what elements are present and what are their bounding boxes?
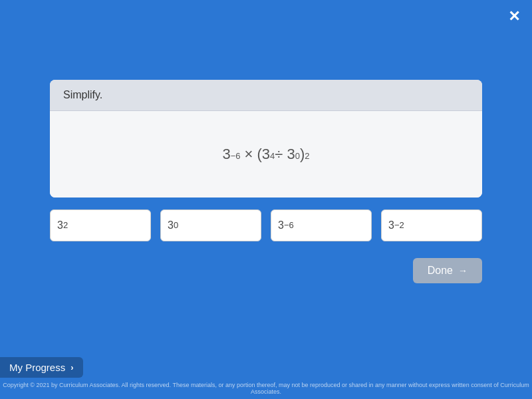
done-label: Done [428, 265, 453, 277]
choice-3[interactable]: 3−6 [271, 209, 372, 241]
done-button[interactable]: Done → [413, 258, 482, 283]
question-card: Simplify. 3−6 × (34 ÷ 30)2 [50, 80, 482, 198]
choice-4[interactable]: 3−2 [381, 209, 482, 241]
my-progress-bar[interactable]: My Progress › [0, 357, 83, 378]
term-2: (34 ÷ 30)2 [257, 146, 309, 163]
multiply-symbol: × [245, 146, 253, 163]
close-button[interactable]: ✕ [508, 9, 520, 24]
answer-choices: 32 30 3−6 3−2 [50, 209, 482, 241]
choice-2[interactable]: 30 [160, 209, 261, 241]
my-progress-label: My Progress [9, 362, 65, 373]
arrow-right-icon: → [458, 265, 467, 276]
card-body: 3−6 × (34 ÷ 30)2 [50, 111, 482, 198]
choice-1[interactable]: 32 [50, 209, 151, 241]
math-expression: 3−6 × (34 ÷ 30)2 [223, 146, 310, 163]
copyright-footer: Copyright © 2021 by Curriculum Associate… [0, 382, 532, 395]
card-header: Simplify. [50, 80, 482, 111]
term-1: 3−6 [223, 146, 241, 163]
chevron-right-icon: › [70, 362, 73, 372]
